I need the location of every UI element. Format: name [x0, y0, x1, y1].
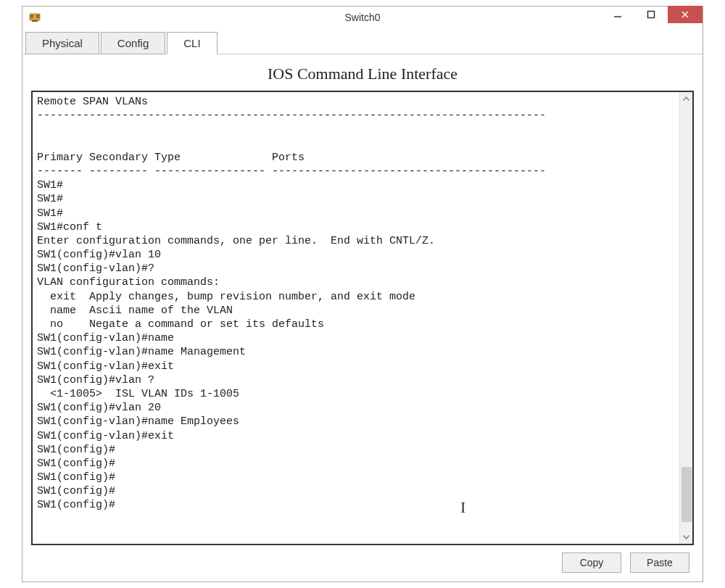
- tab-config[interactable]: Config: [101, 32, 165, 54]
- paste-button[interactable]: Paste: [630, 552, 689, 573]
- scroll-thumb[interactable]: [682, 467, 692, 522]
- cli-heading: IOS Command Line Interface: [31, 65, 694, 83]
- scroll-up-icon[interactable]: [680, 92, 692, 105]
- button-row: Copy Paste: [31, 545, 694, 573]
- app-window: Switch0 Physical Config CLI IOS Command …: [22, 6, 703, 582]
- svg-rect-7: [648, 12, 655, 18]
- content-area: IOS Command Line Interface Remote SPAN V…: [22, 54, 703, 581]
- copy-button[interactable]: Copy: [562, 552, 621, 573]
- cli-terminal[interactable]: Remote SPAN VLANs ----------------------…: [33, 92, 679, 544]
- close-button[interactable]: [668, 6, 703, 23]
- minimize-button[interactable]: [601, 6, 634, 23]
- titlebar: Switch0: [22, 7, 703, 28]
- svg-rect-4: [36, 15, 39, 16]
- svg-rect-2: [30, 15, 33, 16]
- svg-rect-1: [32, 20, 38, 22]
- svg-rect-3: [30, 17, 33, 17]
- maximize-button[interactable]: [634, 6, 668, 23]
- tab-cli[interactable]: CLI: [167, 32, 217, 54]
- terminal-container: Remote SPAN VLANs ----------------------…: [31, 91, 694, 545]
- scrollbar[interactable]: [679, 92, 692, 544]
- window-title: Switch0: [344, 12, 380, 23]
- svg-rect-5: [36, 17, 39, 17]
- scroll-down-icon[interactable]: [680, 531, 692, 544]
- app-icon: [28, 11, 41, 24]
- tab-physical[interactable]: Physical: [25, 32, 99, 54]
- scroll-track[interactable]: [680, 105, 692, 531]
- tab-bar: Physical Config CLI: [22, 28, 703, 54]
- window-controls: [601, 7, 703, 28]
